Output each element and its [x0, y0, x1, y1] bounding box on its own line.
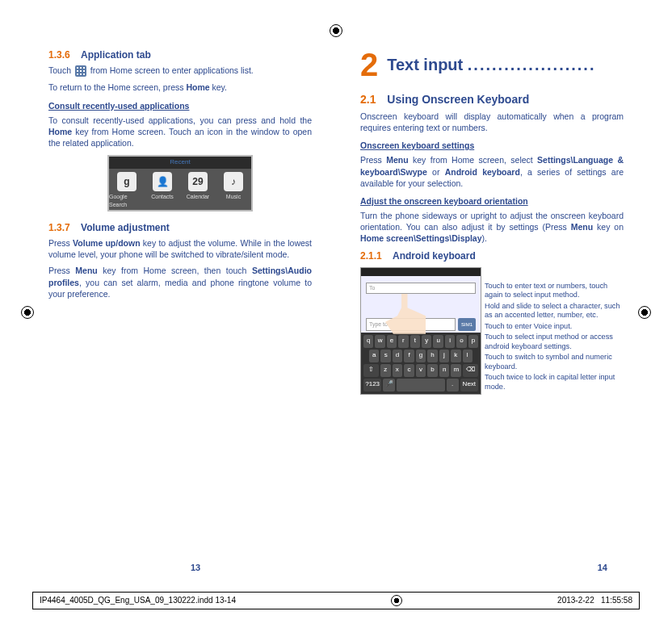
body-text: To return to the Home screen, press Home…	[48, 82, 312, 93]
page-left: 1.3.6 Application tab Touch from Home sc…	[48, 48, 312, 559]
slug-datetime: 2013-2-22 11:55:58	[557, 595, 632, 606]
keyboard-key: n	[439, 364, 450, 377]
registration-mark-left	[21, 306, 34, 319]
section-1-3-6-heading: 1.3.6 Application tab	[48, 48, 312, 61]
section-title: Android keyboard	[393, 250, 476, 262]
to-field: To	[366, 283, 476, 294]
keyboard-key: r	[398, 335, 408, 348]
section-number: 1.3.7	[48, 222, 70, 233]
keyboard-key: e	[387, 335, 397, 348]
keyboard-key	[397, 379, 445, 392]
subheading-kb-settings: Onscreen keyboard settings	[360, 140, 624, 151]
apps-grid-icon	[75, 65, 86, 77]
keyboard-key: y	[422, 335, 431, 348]
contacts-icon: 👤	[153, 172, 172, 191]
callout-text: Touch to select input method or access a…	[485, 333, 624, 351]
keyboard-key: ?123	[363, 379, 381, 392]
keyboard-key: Next	[460, 379, 478, 392]
keyboard-key: t	[410, 335, 420, 348]
keyboard-key: d	[393, 350, 402, 362]
section-title: Volume adjustment	[81, 222, 170, 233]
callout-labels: Touch to enter text or numbers, touch ag…	[485, 267, 624, 396]
keyboard-key: g	[416, 350, 426, 362]
chapter-number: 2	[360, 48, 378, 81]
keyboard-key: i	[445, 335, 455, 348]
keyboard-key: 🎤	[383, 379, 395, 392]
section-1-3-7-heading: 1.3.7 Volume adjustment	[48, 221, 312, 234]
keyboard-key: c	[404, 364, 414, 377]
subheading-consult: Consult recently-used applications	[48, 100, 312, 111]
keyboard-key: x	[393, 364, 403, 377]
registration-mark-top	[330, 24, 342, 37]
section-number: 1.3.6	[48, 49, 70, 61]
keyboard-key: p	[468, 335, 478, 348]
recent-bar: Recent	[109, 157, 251, 169]
keyboard-key: w	[375, 335, 384, 348]
section-2-1-heading: 2.1 Using Onscreen Keyboard	[360, 92, 624, 107]
callout-text: Touch to switch to symbol and numeric ke…	[485, 353, 624, 371]
keyboard-key: v	[416, 364, 426, 377]
keyboard-key: ⌫	[463, 364, 478, 377]
section-number: 2.1	[360, 93, 376, 106]
hand-icon	[385, 294, 426, 334]
body-text: Press Menu key from Home screen, select …	[360, 154, 624, 189]
onscreen-keyboard: qwertyuiop asdfghjkl ⇧zxcvbnm⌫ ?123🎤 .Ne…	[361, 333, 481, 394]
section-number: 2.1.1	[360, 250, 382, 262]
recent-app-item: 👤 Contacts	[145, 169, 180, 210]
page-number-right: 14	[598, 562, 607, 574]
keyboard-key: ⇧	[363, 364, 379, 377]
registration-mark-right	[638, 306, 651, 319]
keyboard-key: h	[427, 350, 437, 362]
recent-app-item: g Google Search	[109, 169, 145, 210]
keyboard-key: o	[456, 335, 466, 348]
body-text: Onscreen keyboard will display automatic…	[360, 111, 624, 133]
print-slug: IP4464_4005D_QG_Eng_USA_09_130222.indd 1…	[32, 592, 640, 609]
section-title: Application tab	[81, 49, 151, 61]
registration-mark-slug	[391, 595, 402, 606]
keyboard-key: s	[380, 350, 390, 362]
keyboard-key: f	[404, 350, 414, 362]
keyboard-key: m	[451, 364, 461, 377]
keyboard-key: .	[447, 379, 459, 392]
music-icon: ♪	[224, 172, 243, 191]
page-number-left: 13	[191, 562, 200, 574]
body-text: Turn the phone sideways or upright to ad…	[360, 210, 624, 245]
compose-area: To Type to SIM1	[361, 276, 481, 333]
recent-app-item: 29 Calendar	[180, 169, 216, 210]
callout-text: Touch to enter text or numbers, touch ag…	[485, 282, 624, 300]
status-bar	[361, 268, 481, 276]
page-spread: 1.3.6 Application tab Touch from Home sc…	[48, 48, 624, 559]
slug-filename: IP4464_4005D_QG_Eng_USA_09_130222.indd 1…	[40, 595, 236, 606]
callout-text: Touch to enter Voice input.	[485, 322, 624, 332]
section-2-1-1-heading: 2.1.1 Android keyboard	[360, 249, 624, 262]
keyboard-key: j	[439, 350, 449, 362]
keyboard-key: l	[463, 350, 472, 362]
body-text: To consult recently-used applications, y…	[48, 115, 312, 149]
body-text: Press Menu key from Home screen, then to…	[48, 265, 312, 299]
page-right: 2 Text input ..................... 2.1 U…	[360, 48, 624, 559]
chapter-title: Text input .....................	[387, 54, 595, 76]
phone-screenshot: To Type to SIM1 qwertyuiop asdfghjkl ⇧zx…	[360, 267, 481, 396]
body-text: Touch from Home screen to enter applicat…	[48, 65, 312, 77]
keyboard-key: u	[433, 335, 443, 348]
chapter-heading: 2 Text input .....................	[360, 48, 624, 81]
keyboard-key: q	[363, 335, 373, 348]
keyboard-key: k	[451, 350, 460, 362]
section-title: Using Onscreen Keyboard	[387, 93, 529, 106]
calendar-icon: 29	[188, 172, 208, 191]
callout-text: Touch twice to lock in capital letter in…	[485, 373, 624, 392]
keyboard-key: a	[369, 350, 379, 362]
subheading-orientation: Adjust the onscreen keyboard orientation	[360, 195, 624, 207]
google-search-icon: g	[117, 172, 136, 191]
body-text: Press Volume up/down key to adjust the v…	[48, 237, 312, 260]
sim-button: SIM1	[458, 318, 476, 331]
recent-app-item: ♪ Music	[216, 169, 251, 210]
recent-apps-figure: Recent g Google Search 👤 Contacts 29 Cal…	[107, 155, 253, 211]
keyboard-figure: To Type to SIM1 qwertyuiop asdfghjkl ⇧zx…	[360, 267, 624, 396]
keyboard-key: z	[380, 364, 391, 377]
keyboard-key: b	[427, 364, 438, 377]
callout-text: Hold and slide to select a character, su…	[485, 302, 624, 320]
